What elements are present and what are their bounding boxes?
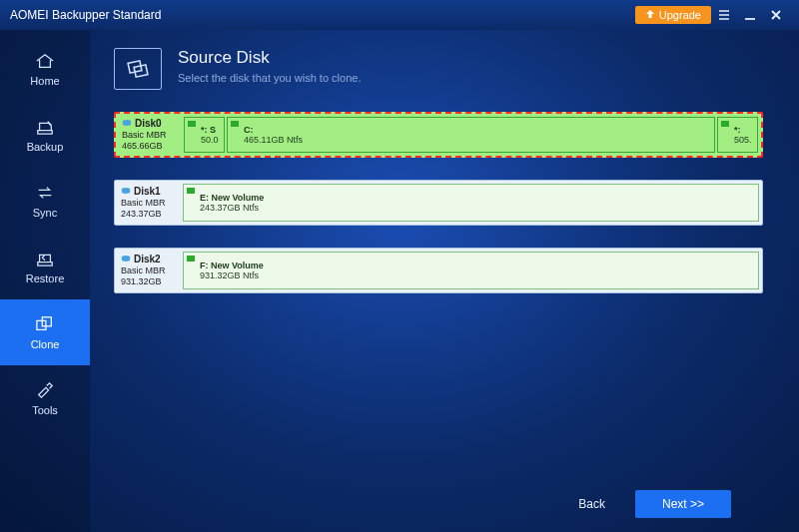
clone-icon (33, 314, 57, 334)
partition-size: 243.37GB Ntfs (188, 203, 754, 213)
page-subtitle: Select the disk that you wish to clone. (178, 72, 361, 84)
backup-icon (33, 117, 57, 137)
back-button[interactable]: Back (558, 490, 625, 518)
main-panel: Source Disk Select the disk that you wis… (90, 30, 799, 532)
sidebar-item-label: Backup (27, 141, 64, 153)
partition[interactable]: C:465.11GB Ntfs (227, 117, 715, 153)
app-window: { "titlebar": { "title": "AOMEI Backuppe… (0, 0, 799, 532)
disk-size: 931.32GB (121, 276, 177, 287)
partition-letter: C: (232, 125, 710, 135)
partition-marker (231, 121, 239, 127)
disk-info: Disk2Basic MBR931.32GB (115, 249, 183, 292)
next-button[interactable]: Next >> (635, 490, 731, 518)
partition-size: 505. (722, 135, 753, 145)
sidebar-item-restore[interactable]: Restore (0, 234, 90, 299)
hdd-icon (121, 254, 131, 266)
sidebar-item-home[interactable]: Home (0, 36, 90, 102)
upgrade-label: Upgrade (659, 9, 701, 21)
partition[interactable]: F: New Volume931.32GB Ntfs (183, 252, 759, 289)
sidebar-item-label: Sync (33, 207, 57, 219)
partition[interactable]: E: New Volume243.37GB Ntfs (183, 184, 759, 222)
partition-size: 50.0 (189, 135, 220, 145)
hdd-icon (122, 118, 132, 131)
partition-size: 931.32GB Ntfs (188, 270, 754, 280)
app-title: AOMEI Backupper Standard (10, 8, 161, 22)
partition-marker (187, 188, 195, 194)
disk-type: Basic MBR (121, 198, 177, 209)
disk-row[interactable]: Disk1Basic MBR243.37GBE: New Volume243.3… (114, 180, 763, 226)
sidebar-item-label: Clone (31, 338, 60, 350)
sidebar-item-tools[interactable]: Tools (0, 365, 90, 431)
sidebar-item-label: Home (30, 75, 59, 87)
disk-type: Basic MBR (122, 130, 178, 141)
partition-size: 465.11GB Ntfs (232, 135, 710, 145)
titlebar: AOMEI Backupper Standard Upgrade (0, 0, 799, 30)
partition-bar: *: S50.0C:465.11GB Ntfs*:505. (184, 114, 761, 156)
disk-row[interactable]: Disk0Basic MBR465.66GB*: S50.0C:465.11GB… (114, 112, 763, 158)
page-header: Source Disk Select the disk that you wis… (114, 48, 765, 90)
tools-icon (33, 380, 57, 400)
sync-icon (33, 183, 57, 203)
disk-row[interactable]: Disk2Basic MBR931.32GBF: New Volume931.3… (114, 248, 763, 293)
close-button[interactable] (763, 4, 789, 26)
disk-list: Disk0Basic MBR465.66GB*: S50.0C:465.11GB… (114, 112, 765, 476)
disk-size: 243.37GB (121, 209, 177, 220)
sidebar: Home Backup Sync Restore Clone Tools (0, 30, 90, 532)
sidebar-item-backup[interactable]: Backup (0, 102, 90, 168)
disk-name: Disk2 (121, 254, 177, 266)
disk-name: Disk1 (121, 186, 177, 199)
disk-stack-icon (114, 48, 162, 90)
disk-size: 465.66GB (122, 141, 178, 152)
disk-name: Disk0 (122, 118, 178, 131)
partition-letter: F: New Volume (188, 261, 754, 270)
partition-marker (721, 121, 729, 127)
upgrade-icon (645, 9, 655, 21)
partition[interactable]: *: S50.0 (184, 117, 225, 153)
minimize-button[interactable] (737, 4, 763, 26)
restore-icon (33, 249, 57, 268)
svg-rect-0 (37, 320, 46, 329)
disk-info: Disk0Basic MBR465.66GB (116, 114, 184, 156)
sidebar-item-clone[interactable]: Clone (0, 299, 90, 365)
body: Home Backup Sync Restore Clone Tools (0, 30, 799, 532)
footer: Back Next >> (114, 476, 765, 532)
sidebar-item-label: Tools (32, 404, 58, 416)
svg-rect-1 (42, 317, 51, 326)
disk-info: Disk1Basic MBR243.37GB (115, 181, 183, 225)
partition-letter: E: New Volume (188, 193, 754, 203)
hdd-icon (121, 186, 131, 199)
menu-button[interactable] (711, 4, 737, 26)
home-icon (33, 51, 57, 71)
partition-marker (187, 256, 195, 262)
partition-bar: F: New Volume931.32GB Ntfs (183, 249, 762, 292)
sidebar-item-label: Restore (26, 272, 65, 284)
disk-type: Basic MBR (121, 266, 177, 276)
page-title: Source Disk (178, 48, 361, 68)
partition-marker (188, 121, 196, 127)
partition-bar: E: New Volume243.37GB Ntfs (183, 181, 762, 225)
partition[interactable]: *:505. (717, 117, 758, 153)
sidebar-item-sync[interactable]: Sync (0, 168, 90, 234)
upgrade-button[interactable]: Upgrade (635, 6, 711, 24)
